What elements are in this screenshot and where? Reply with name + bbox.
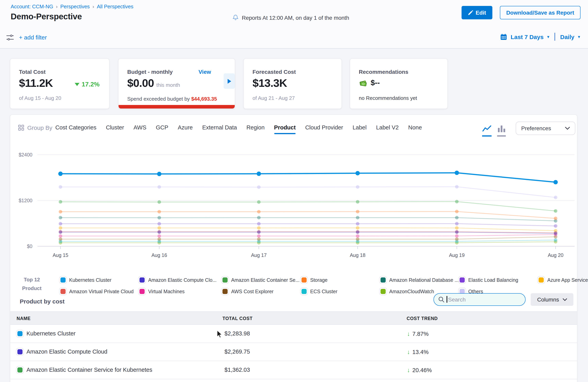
legend-swatch [301,277,307,283]
search-input[interactable] [434,293,525,306]
group-by-label: Group By [27,124,52,131]
svg-text:$0: $0 [27,244,32,249]
chevron-down-icon [563,298,567,301]
time-range-dropdown[interactable]: Last 7 Days [511,33,544,40]
legend-swatch [301,289,307,294]
group-by-tab-gcp[interactable]: GCP [156,124,168,131]
reports-note-text: Reports At 12:00 AM, on day 1 of the mon… [242,14,349,21]
granularity-dropdown[interactable]: Daily [560,33,574,40]
group-by-tab-cloud-provider[interactable]: Cloud Provider [305,124,343,131]
table-section-title: Product by cost [20,298,65,305]
legend-swatch [222,277,228,283]
svg-text:Aug 17: Aug 17 [251,252,267,258]
forecasted-cost-value: $13.3K [252,77,287,90]
total-cost-label: Total Cost [19,69,46,75]
trend-down-icon: ↓ [407,367,410,373]
group-by-tab-product[interactable]: Product [274,124,296,131]
row-name: Amazon Elastic Compute Cloud [26,348,107,355]
group-by-tab-cluster[interactable]: Cluster [106,124,124,131]
filter-settings-icon[interactable] [6,34,14,43]
breadcrumb-separator-icon: › [92,4,94,9]
budget-exceeded-amount: $44,693.35 [191,96,217,102]
legend-item-amazon-elastic-compute-clo[interactable]: Amazon Elastic Compute Clo... [140,274,222,286]
legend-item-amazon-relational-database[interactable]: Amazon Relational Database ... [380,274,460,286]
group-by-tab-label[interactable]: Label [353,124,367,131]
time-controls: Last 7 Days ▾ Daily ▾ [500,33,580,41]
breadcrumb: Account: CCM-NG › Perspectives › All Per… [11,3,133,9]
table-row-amazon-elastic-compute-cloud[interactable]: Amazon Elastic Compute Cloud$2,269.75↓13… [10,343,577,361]
table-search [434,293,525,306]
header-actions: Edit Download/Save as Report [461,6,581,19]
budget-exceeded-bar [119,105,235,109]
legend-swatch [61,277,66,283]
bar-chart-icon[interactable] [497,125,506,136]
total-cost-period: of Aug 15 - Aug 20 [19,95,61,101]
budget-view-link[interactable]: View [199,69,211,75]
total-cost-card: Total Cost $11.2K 17.2% of Aug 15 - Aug … [10,58,109,109]
chevron-down-icon[interactable]: ▾ [547,34,549,39]
group-by-tab-region[interactable]: Region [246,124,265,131]
columns-button[interactable]: Columns [531,293,573,306]
group-by-tab-external-data[interactable]: External Data [202,124,237,131]
legend-item-ecs-cluster[interactable]: ECS Cluster [301,286,380,297]
group-by-tab-aws[interactable]: AWS [134,124,147,131]
legend-label: Amazon Elastic Container Se... [231,277,299,283]
trend-down-icon: ↓ [407,330,410,337]
budget-label: Budget - monthly [127,69,173,75]
total-cost-trend: 17.2% [74,81,100,88]
edit-button[interactable]: Edit [461,6,492,19]
budget-expand-button[interactable] [224,73,235,89]
row-name: Kubernetes Cluster [26,330,75,337]
legend-item-kubernetes-cluster[interactable]: Kubernetes Cluster [61,274,140,286]
group-by-tab-azure[interactable]: Azure [178,124,193,131]
preferences-dropdown[interactable]: Preferences [516,122,575,135]
download-save-report-button[interactable]: Download/Save as Report [500,6,581,19]
cost-line-chart[interactable]: $0$1200$2400Aug 15Aug 16Aug 17Aug 18Aug … [10,148,578,267]
trend-down-icon [74,83,79,86]
legend-item-virtual-machines[interactable]: Virtual Machines [140,286,222,297]
calendar-icon [500,33,507,40]
breadcrumb-all-perspectives-link[interactable]: All Perspectives [97,3,133,9]
legend-item-amazon-virtual-private-cloud[interactable]: Amazon Virtual Private Cloud [61,286,140,297]
breadcrumb-perspectives-link[interactable]: Perspectives [60,3,90,9]
table-row-kubernetes-cluster[interactable]: Kubernetes Cluster$2,283.98↓7.87% [10,325,577,343]
recommendations-label: Recommendations [359,69,408,75]
row-name: Amazon Elastic Container Service for Kub… [26,367,152,373]
budget-value: $0.00this month [127,77,180,90]
legend-item-storage[interactable]: Storage [301,274,380,286]
money-icon [359,79,368,87]
column-header-cost-trend[interactable]: COST TREND [407,312,438,325]
group-by-tab-cost-categories[interactable]: Cost Categories [55,124,96,131]
chart-type-toggle [482,125,506,136]
legend-item-elastic-load-balancing[interactable]: Elastic Load Balancing [460,274,539,286]
column-header-total-cost[interactable]: TOTAL COST [222,312,252,325]
group-by-tab-label-v2[interactable]: Label V2 [376,124,399,131]
chevron-down-icon[interactable]: ▾ [578,34,580,39]
group-by-grid-icon [18,125,24,132]
legend-label: Elastic Load Balancing [468,277,518,283]
recommendations-card: Recommendations $-- no Recommendations y… [350,58,448,109]
legend-item-azure-app-service[interactable]: Azure App Service [539,274,588,286]
table-row-amazon-elastic-container-service-for-kubernetes[interactable]: Amazon Elastic Container Service for Kub… [10,361,577,379]
add-filter-button[interactable]: + add filter [19,34,47,41]
legend-item-aws-cost-explorer[interactable]: AWS Cost Explorer [222,286,301,297]
page-header: Account: CCM-NG › Perspectives › All Per… [0,0,588,27]
svg-text:$1200: $1200 [19,198,32,203]
legend-label: Storage [310,277,328,283]
budget-card: Budget - monthly View $0.00this month Sp… [118,58,235,109]
svg-text:Aug 18: Aug 18 [350,252,365,258]
columns-button-label: Columns [537,296,559,303]
legend-item-amazon-elastic-container-se[interactable]: Amazon Elastic Container Se... [222,274,301,286]
breadcrumb-account-link[interactable]: Account: CCM-NG [11,3,53,9]
legend-swatch [380,277,386,283]
legend-label: ECS Cluster [310,289,337,294]
total-cost-value: $11.2K [19,77,53,90]
breadcrumb-separator-icon: › [56,4,58,9]
column-header-name[interactable]: NAME [17,312,31,325]
page-title: Demo-Perspective [11,12,82,21]
legend-label: Amazon Elastic Compute Clo... [148,277,217,283]
budget-value-suffix: this month [156,82,180,88]
group-by-tab-none[interactable]: None [408,124,422,131]
search-icon [438,296,444,303]
line-chart-icon[interactable] [482,125,492,136]
